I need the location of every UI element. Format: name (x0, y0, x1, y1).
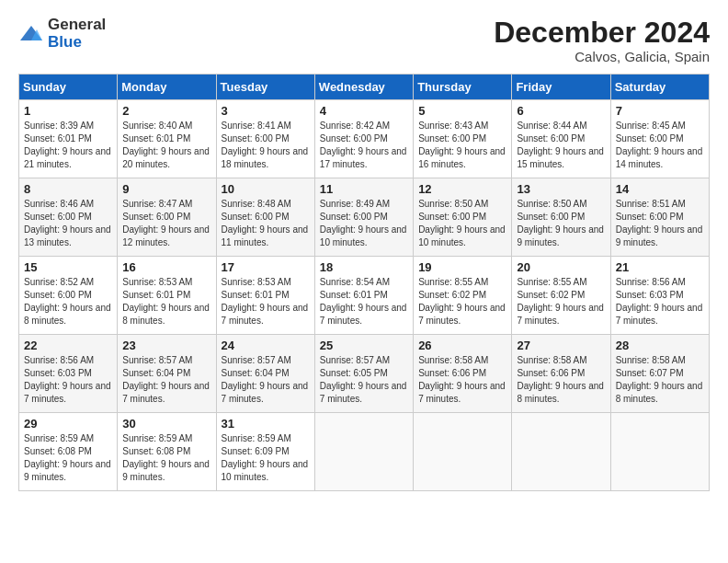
day-detail: Sunrise: 8:47 AMSunset: 6:00 PMDaylight:… (122, 199, 210, 247)
calendar-cell: 27Sunrise: 8:58 AMSunset: 6:06 PMDayligh… (512, 335, 610, 413)
location: Calvos, Galicia, Spain (494, 49, 710, 64)
day-detail: Sunrise: 8:55 AMSunset: 6:02 PMDaylight:… (418, 277, 506, 326)
page: General Blue December 2024 Calvos, Galic… (0, 0, 728, 500)
day-detail: Sunrise: 8:43 AMSunset: 6:00 PMDaylight:… (418, 121, 506, 169)
calendar-cell: 6Sunrise: 8:44 AMSunset: 6:00 PMDaylight… (512, 100, 610, 178)
calendar-cell: 18Sunrise: 8:54 AMSunset: 6:01 PMDayligh… (314, 257, 413, 335)
calendar-cell (512, 413, 610, 491)
day-number: 12 (418, 182, 506, 196)
week-row-5: 29Sunrise: 8:59 AMSunset: 6:08 PMDayligh… (19, 413, 710, 491)
day-detail: Sunrise: 8:52 AMSunset: 6:00 PMDaylight:… (24, 277, 111, 326)
week-row-1: 1Sunrise: 8:39 AMSunset: 6:01 PMDaylight… (19, 100, 710, 178)
calendar-table: Sunday Monday Tuesday Wednesday Thursday… (18, 74, 710, 491)
day-detail: Sunrise: 8:41 AMSunset: 6:00 PMDaylight:… (222, 121, 309, 169)
day-detail: Sunrise: 8:58 AMSunset: 6:06 PMDaylight:… (517, 355, 604, 404)
day-number: 25 (320, 339, 408, 352)
day-number: 26 (418, 339, 506, 352)
day-number: 20 (517, 260, 605, 274)
calendar-cell: 28Sunrise: 8:58 AMSunset: 6:07 PMDayligh… (610, 335, 709, 413)
calendar-cell: 21Sunrise: 8:56 AMSunset: 6:03 PMDayligh… (610, 257, 709, 335)
day-detail: Sunrise: 8:58 AMSunset: 6:06 PMDaylight:… (418, 355, 506, 404)
day-detail: Sunrise: 8:49 AMSunset: 6:00 PMDaylight:… (320, 199, 407, 247)
calendar-cell (314, 413, 413, 491)
day-number: 4 (320, 104, 408, 118)
day-detail: Sunrise: 8:48 AMSunset: 6:00 PMDaylight:… (222, 199, 309, 247)
day-detail: Sunrise: 8:59 AMSunset: 6:08 PMDaylight:… (122, 433, 210, 482)
day-number: 15 (24, 260, 112, 274)
day-detail: Sunrise: 8:40 AMSunset: 6:01 PMDaylight:… (122, 121, 210, 169)
calendar-cell: 19Sunrise: 8:55 AMSunset: 6:02 PMDayligh… (414, 257, 512, 335)
day-number: 11 (320, 182, 408, 196)
day-number: 21 (616, 260, 704, 274)
calendar-cell: 7Sunrise: 8:45 AMSunset: 6:00 PMDaylight… (610, 100, 709, 178)
col-wednesday: Wednesday (314, 75, 413, 100)
title-block: December 2024 Calvos, Galicia, Spain (494, 17, 710, 64)
day-number: 13 (517, 182, 605, 196)
calendar-cell: 11Sunrise: 8:49 AMSunset: 6:00 PMDayligh… (314, 178, 413, 257)
day-detail: Sunrise: 8:58 AMSunset: 6:07 PMDaylight:… (616, 355, 703, 404)
col-sunday: Sunday (19, 75, 118, 100)
day-detail: Sunrise: 8:53 AMSunset: 6:01 PMDaylight:… (222, 277, 309, 326)
day-detail: Sunrise: 8:50 AMSunset: 6:00 PMDaylight:… (418, 199, 506, 247)
col-saturday: Saturday (610, 75, 709, 100)
week-row-2: 8Sunrise: 8:46 AMSunset: 6:00 PMDaylight… (19, 178, 710, 257)
week-row-4: 22Sunrise: 8:56 AMSunset: 6:03 PMDayligh… (19, 335, 710, 413)
calendar-cell: 8Sunrise: 8:46 AMSunset: 6:00 PMDaylight… (19, 178, 118, 257)
day-number: 23 (122, 339, 210, 352)
calendar-cell: 14Sunrise: 8:51 AMSunset: 6:00 PMDayligh… (610, 178, 709, 257)
calendar-cell: 9Sunrise: 8:47 AMSunset: 6:00 PMDaylight… (118, 178, 216, 257)
day-detail: Sunrise: 8:45 AMSunset: 6:00 PMDaylight:… (616, 121, 703, 169)
day-detail: Sunrise: 8:55 AMSunset: 6:02 PMDaylight:… (517, 277, 604, 326)
week-row-3: 15Sunrise: 8:52 AMSunset: 6:00 PMDayligh… (19, 257, 710, 335)
calendar-cell: 12Sunrise: 8:50 AMSunset: 6:00 PMDayligh… (414, 178, 512, 257)
day-number: 14 (616, 182, 704, 196)
day-number: 22 (24, 339, 112, 352)
day-detail: Sunrise: 8:44 AMSunset: 6:00 PMDaylight:… (517, 121, 604, 169)
logo-text: General Blue (48, 17, 106, 51)
logo-general-text: General (48, 16, 106, 33)
day-detail: Sunrise: 8:54 AMSunset: 6:01 PMDaylight:… (320, 277, 407, 326)
day-number: 10 (222, 182, 310, 196)
day-detail: Sunrise: 8:57 AMSunset: 6:04 PMDaylight:… (222, 355, 309, 404)
logo-icon (18, 24, 44, 44)
col-monday: Monday (118, 75, 216, 100)
month-title: December 2024 (494, 17, 710, 49)
col-tuesday: Tuesday (216, 75, 314, 100)
day-number: 19 (418, 260, 506, 274)
day-number: 5 (418, 104, 506, 118)
day-detail: Sunrise: 8:56 AMSunset: 6:03 PMDaylight:… (616, 277, 703, 326)
col-friday: Friday (512, 75, 610, 100)
day-number: 24 (222, 339, 310, 352)
day-number: 16 (122, 260, 210, 274)
calendar-cell: 1Sunrise: 8:39 AMSunset: 6:01 PMDaylight… (19, 100, 118, 178)
calendar-cell: 4Sunrise: 8:42 AMSunset: 6:00 PMDaylight… (314, 100, 413, 178)
day-detail: Sunrise: 8:59 AMSunset: 6:08 PMDaylight:… (24, 433, 111, 482)
day-number: 30 (122, 417, 210, 431)
day-number: 31 (222, 417, 310, 431)
day-number: 1 (24, 104, 112, 118)
calendar-cell: 15Sunrise: 8:52 AMSunset: 6:00 PMDayligh… (19, 257, 118, 335)
calendar-cell: 29Sunrise: 8:59 AMSunset: 6:08 PMDayligh… (19, 413, 118, 491)
header-row: Sunday Monday Tuesday Wednesday Thursday… (19, 75, 710, 100)
day-number: 17 (222, 260, 310, 274)
day-number: 8 (24, 182, 112, 196)
calendar-cell (610, 413, 709, 491)
calendar-cell: 23Sunrise: 8:57 AMSunset: 6:04 PMDayligh… (118, 335, 216, 413)
day-number: 18 (320, 260, 408, 274)
col-thursday: Thursday (414, 75, 512, 100)
calendar-cell: 31Sunrise: 8:59 AMSunset: 6:09 PMDayligh… (216, 413, 314, 491)
calendar-cell: 20Sunrise: 8:55 AMSunset: 6:02 PMDayligh… (512, 257, 610, 335)
day-number: 27 (517, 339, 605, 352)
day-detail: Sunrise: 8:39 AMSunset: 6:01 PMDaylight:… (24, 121, 111, 169)
header: General Blue December 2024 Calvos, Galic… (18, 17, 710, 64)
calendar-cell: 30Sunrise: 8:59 AMSunset: 6:08 PMDayligh… (118, 413, 216, 491)
day-detail: Sunrise: 8:46 AMSunset: 6:00 PMDaylight:… (24, 199, 111, 247)
day-detail: Sunrise: 8:53 AMSunset: 6:01 PMDaylight:… (122, 277, 210, 326)
day-detail: Sunrise: 8:57 AMSunset: 6:05 PMDaylight:… (320, 355, 407, 404)
day-number: 2 (122, 104, 210, 118)
calendar-cell: 5Sunrise: 8:43 AMSunset: 6:00 PMDaylight… (414, 100, 512, 178)
day-number: 6 (517, 104, 605, 118)
day-detail: Sunrise: 8:59 AMSunset: 6:09 PMDaylight:… (222, 433, 309, 482)
day-detail: Sunrise: 8:57 AMSunset: 6:04 PMDaylight:… (122, 355, 210, 404)
day-detail: Sunrise: 8:56 AMSunset: 6:03 PMDaylight:… (24, 355, 111, 404)
